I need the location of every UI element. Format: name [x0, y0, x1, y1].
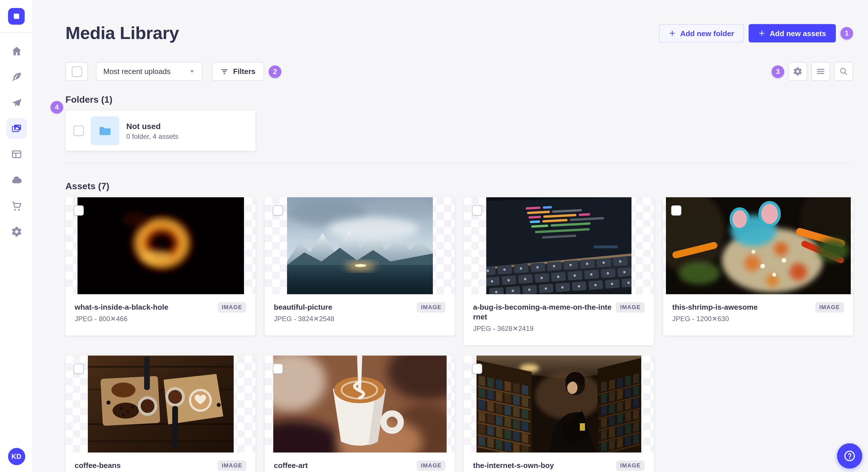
asset-meta: JPEG - 800✕466 [74, 315, 213, 323]
asset-card[interactable]: coffee-art JPEG - 5824✕3259 IMAGE [265, 356, 455, 472]
plus-icon [669, 30, 676, 37]
folder-name: Not used [126, 121, 178, 131]
media-library-page: KD Media Library Add new folder Add new … [0, 0, 868, 472]
asset-checkbox[interactable] [73, 364, 84, 374]
asset-thumbnail-black-hole [65, 197, 255, 294]
list-view-button[interactable] [811, 62, 830, 81]
pictures-icon [11, 123, 22, 134]
asset-type-badge: IMAGE [417, 461, 445, 471]
strapi-logo-icon[interactable] [8, 8, 25, 25]
asset-card[interactable]: this-shrimp-is-awesome JPEG - 1200✕630 I… [663, 197, 853, 336]
list-icon [816, 67, 826, 76]
annotation-badge-3: 3 [772, 65, 784, 78]
asset-meta: JPEG - 3628✕2419 [473, 325, 611, 333]
asset-title: a-bug-is-becoming-a-meme-on-the-internet [473, 302, 611, 322]
asset-type-badge: IMAGE [616, 461, 645, 471]
question-mark-icon [843, 450, 856, 462]
select-all-checkbox[interactable] [71, 66, 82, 76]
asset-texts: beautiful-picture JPEG - 3824✕2548 [274, 302, 412, 323]
search-button[interactable] [834, 62, 853, 81]
asset-type-badge: IMAGE [417, 302, 445, 312]
asset-type-badge: IMAGE [616, 302, 645, 312]
asset-thumbnail-laptop-code [464, 197, 654, 294]
annotation-badge-1: 1 [840, 27, 853, 40]
folders-section: 4 Folders (1) Not used 0 folder, 4 asset… [65, 95, 853, 151]
sidebar-item-content-type-builder[interactable] [6, 144, 27, 165]
sidebar-nav [6, 41, 27, 242]
asset-thumbnail-coffee-beans [65, 356, 255, 452]
asset-info: the-internet-s-own-boy JPEG - 1200✕707 I… [464, 452, 654, 472]
layout-icon [11, 148, 22, 160]
sidebar-item-home[interactable] [6, 41, 27, 61]
asset-card[interactable]: the-internet-s-own-boy JPEG - 1200✕707 I… [464, 356, 654, 472]
asset-card[interactable]: what-s-inside-a-black-hole JPEG - 800✕46… [65, 197, 255, 336]
feather-icon [11, 71, 22, 82]
asset-title: what-s-inside-a-black-hole [74, 302, 213, 312]
section-divider [65, 163, 853, 164]
asset-info: what-s-inside-a-black-hole JPEG - 800✕46… [65, 294, 255, 336]
asset-info: a-bug-is-becoming-a-meme-on-the-internet… [464, 294, 654, 345]
sidebar-item-settings[interactable] [6, 222, 27, 242]
asset-thumbnail-latte-art [265, 356, 455, 452]
add-new-assets-button[interactable]: Add new assets [748, 24, 836, 42]
sidebar-divider [0, 32, 33, 33]
user-avatar[interactable]: KD [8, 448, 25, 465]
add-new-folder-label: Add new folder [680, 29, 734, 38]
asset-card[interactable]: coffee-beans JPEG - 5021✕3347 IMAGE [65, 356, 255, 472]
asset-info: beautiful-picture JPEG - 3824✕2548 IMAGE [265, 294, 455, 336]
toolbar: Most recent uploads Filters 2 3 [65, 62, 853, 81]
paper-plane-icon [11, 97, 22, 108]
add-new-assets-label: Add new assets [770, 29, 826, 38]
asset-thumbnail-shrimp [663, 197, 853, 294]
asset-checkbox[interactable] [472, 205, 482, 216]
gear-icon [11, 226, 22, 237]
sidebar-item-media-library[interactable] [6, 118, 27, 139]
asset-meta: JPEG - 3824✕2548 [274, 315, 412, 323]
page-header: Media Library Add new folder Add new ass… [65, 23, 853, 43]
plus-icon [758, 30, 765, 37]
folder-texts: Not used 0 folder, 4 assets [126, 121, 178, 140]
help-button[interactable] [837, 443, 862, 469]
folder-checkbox[interactable] [73, 126, 84, 136]
asset-checkbox[interactable] [273, 205, 283, 216]
sort-dropdown[interactable]: Most recent uploads [96, 62, 203, 81]
select-all-container [65, 62, 88, 81]
asset-checkbox[interactable] [273, 364, 283, 374]
asset-card[interactable]: beautiful-picture JPEG - 3824✕2548 IMAGE [265, 197, 455, 336]
sort-value: Most recent uploads [103, 67, 170, 76]
search-icon [839, 67, 848, 76]
page-title: Media Library [65, 23, 179, 43]
sidebar-item-content-manager[interactable] [6, 67, 27, 87]
asset-type-badge: IMAGE [218, 302, 246, 312]
sidebar-item-cloud[interactable] [6, 170, 27, 191]
asset-type-badge: IMAGE [815, 302, 844, 312]
sidebar: KD [0, 0, 33, 472]
filters-button[interactable]: Filters [212, 62, 264, 81]
asset-checkbox[interactable] [671, 205, 681, 216]
asset-title: coffee-beans [74, 461, 213, 470]
asset-info: coffee-art JPEG - 5824✕3259 IMAGE [265, 452, 455, 472]
asset-type-badge: IMAGE [218, 461, 246, 471]
sidebar-item-releases[interactable] [6, 92, 27, 113]
folder-meta: 0 folder, 4 assets [126, 133, 178, 140]
sidebar-item-marketplace[interactable] [6, 196, 27, 216]
chevron-down-icon [189, 68, 195, 74]
add-new-folder-button[interactable]: Add new folder [659, 24, 744, 42]
asset-checkbox[interactable] [73, 205, 84, 216]
asset-title: the-internet-s-own-boy [473, 461, 611, 470]
view-settings-button[interactable] [788, 62, 807, 81]
annotation-badge-4: 4 [51, 101, 63, 113]
asset-checkbox[interactable] [472, 364, 482, 374]
home-icon [11, 45, 22, 57]
asset-card[interactable]: a-bug-is-becoming-a-meme-on-the-internet… [464, 197, 654, 345]
folder-card[interactable]: Not used 0 folder, 4 assets [65, 111, 255, 151]
gear-icon [793, 67, 803, 76]
main-content: Media Library Add new folder Add new ass… [33, 0, 868, 472]
folders-heading: Folders (1) [65, 95, 853, 105]
toolbar-right: 3 [767, 62, 853, 81]
assets-heading: Assets (7) [65, 181, 853, 192]
cloud-icon [11, 174, 22, 186]
asset-info: this-shrimp-is-awesome JPEG - 1200✕630 I… [663, 294, 853, 336]
annotation-badge-2: 2 [269, 65, 281, 78]
asset-texts: the-internet-s-own-boy JPEG - 1200✕707 [473, 461, 611, 472]
